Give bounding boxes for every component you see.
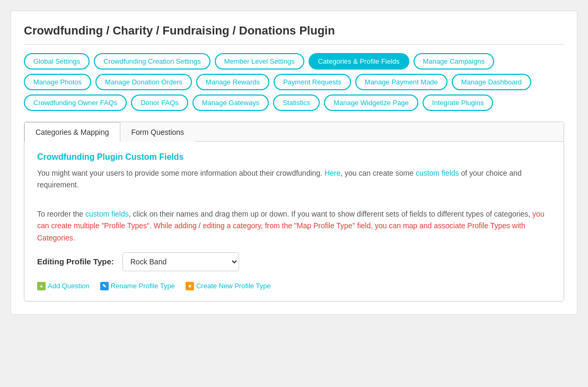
nav-btn-manage-widgetize-page[interactable]: Manage Widgetize Page — [324, 94, 418, 111]
action-rename-profile-type[interactable]: ✎Rename Profile Type — [100, 282, 175, 290]
create-icon: ★ — [186, 282, 194, 290]
nav-btn-integrate-plugins[interactable]: Integrate Plugins — [423, 94, 494, 111]
rename-icon: ✎ — [100, 282, 109, 290]
nav-btn-manage-gateways[interactable]: Manage Gateways — [192, 94, 269, 111]
content-box: Categories & MappingForm Questions Crowd… — [24, 122, 564, 302]
nav-btn-payment-requests[interactable]: Payment Requests — [274, 74, 351, 90]
description-text-2: To reorder the custom fields, click on t… — [37, 208, 551, 244]
nav-btn-manage-donation-orders[interactable]: Manage Donation Orders — [95, 74, 192, 90]
profile-type-label: Editing Profile Type: — [37, 257, 114, 266]
profile-type-select[interactable]: Rock Band — [122, 252, 239, 271]
tab-content: Crowdfunding Plugin Custom Fields You mi… — [24, 142, 564, 301]
nav-btn-manage-photos[interactable]: Manage Photos — [24, 74, 91, 90]
nav-btn-member-level-settings[interactable]: Member Level Settings — [215, 53, 304, 70]
tab-categories-mapping[interactable]: Categories & Mapping — [24, 122, 120, 142]
nav-btn-statistics[interactable]: Statistics — [273, 94, 320, 111]
highlight-reorder: custom fields — [85, 210, 129, 218]
description-text-1: You might want your users to provide som… — [37, 167, 551, 191]
nav-btn-manage-dashboard[interactable]: Manage Dashboard — [452, 74, 531, 90]
nav-btn-crowdfunding-owner-faqs[interactable]: Crowdfunding Owner FAQs — [24, 94, 127, 111]
tab-form-questions[interactable]: Form Questions — [120, 122, 196, 142]
section-title: Crowdfunding Plugin Custom Fields — [37, 152, 551, 162]
action-label-create-new-profile-type: Create New Profile Type — [196, 282, 271, 290]
nav-btn-manage-rewards[interactable]: Manage Rewards — [196, 74, 269, 90]
nav-btn-crowdfunding-creation-settings[interactable]: Crowdfunding Creation Settings — [94, 53, 210, 70]
highlight-custom-fields: custom fields — [416, 169, 459, 177]
action-add-question[interactable]: +Add Question — [37, 282, 90, 290]
nav-btn-categories-profile-fields[interactable]: Categories & Profile Fields — [309, 53, 409, 70]
action-label-add-question: Add Question — [48, 282, 90, 290]
nav-btn-manage-payment-made[interactable]: Manage Payment Made — [355, 74, 447, 90]
add-icon: + — [37, 282, 46, 290]
page-title: Crowdfunding / Charity / Fundraising / D… — [24, 24, 564, 45]
action-label-rename-profile-type: Rename Profile Type — [111, 282, 175, 290]
page-container: Crowdfunding / Charity / Fundraising / D… — [11, 11, 577, 315]
action-create-new-profile-type[interactable]: ★Create New Profile Type — [186, 282, 271, 290]
profile-type-row: Editing Profile Type: Rock Band — [37, 252, 551, 271]
action-links: +Add Question✎Rename Profile Type★Create… — [37, 282, 551, 290]
nav-btn-global-settings[interactable]: Global Settings — [24, 53, 90, 70]
nav-btn-manage-campaigns[interactable]: Manage Campaigns — [414, 53, 494, 70]
tabs: Categories & MappingForm Questions — [24, 122, 564, 142]
nav-buttons: Global SettingsCrowdfunding Creation Set… — [24, 53, 564, 111]
nav-btn-donor-faqs[interactable]: Donor FAQs — [131, 94, 188, 111]
highlight-here: Here — [324, 169, 340, 177]
